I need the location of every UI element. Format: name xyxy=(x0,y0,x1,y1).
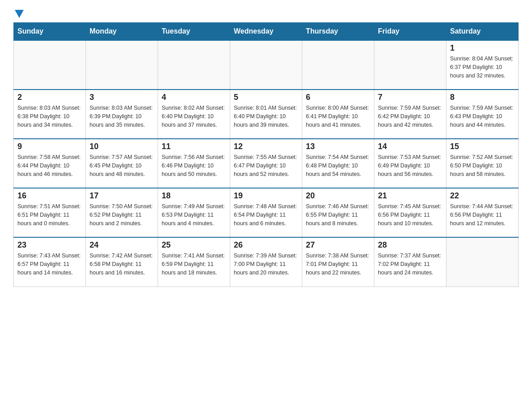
logo-triangle-icon xyxy=(15,10,24,18)
calendar-cell: 2Sunrise: 8:03 AM Sunset: 6:38 PM Daylig… xyxy=(14,90,86,139)
calendar-cell: 1Sunrise: 8:04 AM Sunset: 6:37 PM Daylig… xyxy=(446,40,519,90)
day-info: Sunrise: 7:46 AM Sunset: 6:55 PM Dayligh… xyxy=(306,202,370,227)
calendar-cell: 8Sunrise: 7:59 AM Sunset: 6:43 PM Daylig… xyxy=(446,90,519,139)
logo xyxy=(13,9,24,18)
day-number: 6 xyxy=(306,93,370,102)
day-info: Sunrise: 7:53 AM Sunset: 6:49 PM Dayligh… xyxy=(378,153,442,178)
day-number: 26 xyxy=(234,240,298,250)
calendar-header: SundayMondayTuesdayWednesdayThursdayFrid… xyxy=(14,23,519,41)
day-info: Sunrise: 7:42 AM Sunset: 6:58 PM Dayligh… xyxy=(90,252,154,277)
day-number: 12 xyxy=(234,142,298,151)
weekday-header-saturday: Saturday xyxy=(446,23,519,41)
day-number: 7 xyxy=(378,93,442,102)
calendar-cell: 25Sunrise: 7:41 AM Sunset: 6:59 PM Dayli… xyxy=(158,237,230,287)
day-info: Sunrise: 8:04 AM Sunset: 6:37 PM Dayligh… xyxy=(450,55,515,80)
day-number: 24 xyxy=(90,240,154,250)
day-number: 19 xyxy=(234,191,298,201)
day-number: 2 xyxy=(17,93,82,102)
day-number: 18 xyxy=(162,191,226,201)
day-number: 14 xyxy=(378,142,442,151)
day-info: Sunrise: 7:57 AM Sunset: 6:45 PM Dayligh… xyxy=(90,153,154,178)
weekday-header-monday: Monday xyxy=(86,23,158,41)
day-number: 20 xyxy=(306,191,370,201)
day-info: Sunrise: 8:01 AM Sunset: 6:40 PM Dayligh… xyxy=(234,104,298,129)
day-number: 28 xyxy=(378,240,442,250)
calendar-cell: 10Sunrise: 7:57 AM Sunset: 6:45 PM Dayli… xyxy=(86,139,158,188)
calendar-cell: 3Sunrise: 8:03 AM Sunset: 6:39 PM Daylig… xyxy=(86,90,158,139)
calendar-week-row: 16Sunrise: 7:51 AM Sunset: 6:51 PM Dayli… xyxy=(14,188,519,237)
calendar-cell: 21Sunrise: 7:45 AM Sunset: 6:56 PM Dayli… xyxy=(374,188,446,237)
day-info: Sunrise: 7:44 AM Sunset: 6:56 PM Dayligh… xyxy=(450,202,515,227)
calendar-cell xyxy=(374,40,446,90)
weekday-header-friday: Friday xyxy=(374,23,446,41)
calendar-cell: 9Sunrise: 7:58 AM Sunset: 6:44 PM Daylig… xyxy=(14,139,86,188)
calendar-week-row: 1Sunrise: 8:04 AM Sunset: 6:37 PM Daylig… xyxy=(14,40,519,90)
day-info: Sunrise: 8:02 AM Sunset: 6:40 PM Dayligh… xyxy=(162,104,226,129)
calendar-cell: 16Sunrise: 7:51 AM Sunset: 6:51 PM Dayli… xyxy=(14,188,86,237)
calendar-cell: 6Sunrise: 8:00 AM Sunset: 6:41 PM Daylig… xyxy=(302,90,374,139)
calendar-body: 1Sunrise: 8:04 AM Sunset: 6:37 PM Daylig… xyxy=(14,40,519,287)
calendar-cell: 22Sunrise: 7:44 AM Sunset: 6:56 PM Dayli… xyxy=(446,188,519,237)
day-number: 15 xyxy=(450,142,515,151)
calendar-cell: 4Sunrise: 8:02 AM Sunset: 6:40 PM Daylig… xyxy=(158,90,230,139)
day-number: 17 xyxy=(90,191,154,201)
day-number: 27 xyxy=(306,240,370,250)
day-number: 25 xyxy=(162,240,226,250)
day-number: 5 xyxy=(234,93,298,102)
page-header xyxy=(13,9,519,18)
calendar-cell: 17Sunrise: 7:50 AM Sunset: 6:52 PM Dayli… xyxy=(86,188,158,237)
calendar-cell: 18Sunrise: 7:49 AM Sunset: 6:53 PM Dayli… xyxy=(158,188,230,237)
day-info: Sunrise: 7:54 AM Sunset: 6:48 PM Dayligh… xyxy=(306,153,370,178)
day-number: 10 xyxy=(90,142,154,151)
day-info: Sunrise: 7:51 AM Sunset: 6:51 PM Dayligh… xyxy=(17,202,82,227)
calendar-cell: 26Sunrise: 7:39 AM Sunset: 7:00 PM Dayli… xyxy=(230,237,302,287)
day-info: Sunrise: 8:03 AM Sunset: 6:39 PM Dayligh… xyxy=(90,104,154,129)
day-info: Sunrise: 7:45 AM Sunset: 6:56 PM Dayligh… xyxy=(378,202,442,227)
day-info: Sunrise: 7:58 AM Sunset: 6:44 PM Dayligh… xyxy=(17,153,82,178)
day-info: Sunrise: 7:49 AM Sunset: 6:53 PM Dayligh… xyxy=(162,202,226,227)
weekday-header-thursday: Thursday xyxy=(302,23,374,41)
calendar-cell: 27Sunrise: 7:38 AM Sunset: 7:01 PM Dayli… xyxy=(302,237,374,287)
weekday-header-sunday: Sunday xyxy=(14,23,86,41)
day-number: 4 xyxy=(162,93,226,102)
calendar-cell: 15Sunrise: 7:52 AM Sunset: 6:50 PM Dayli… xyxy=(446,139,519,188)
day-info: Sunrise: 7:52 AM Sunset: 6:50 PM Dayligh… xyxy=(450,153,515,178)
day-number: 9 xyxy=(17,142,82,151)
day-info: Sunrise: 7:50 AM Sunset: 6:52 PM Dayligh… xyxy=(90,202,154,227)
calendar-cell xyxy=(230,40,302,90)
weekday-header-tuesday: Tuesday xyxy=(158,23,230,41)
calendar-cell: 19Sunrise: 7:48 AM Sunset: 6:54 PM Dayli… xyxy=(230,188,302,237)
day-number: 8 xyxy=(450,93,515,102)
day-info: Sunrise: 7:48 AM Sunset: 6:54 PM Dayligh… xyxy=(234,202,298,227)
day-info: Sunrise: 7:39 AM Sunset: 7:00 PM Dayligh… xyxy=(234,252,298,277)
day-info: Sunrise: 7:41 AM Sunset: 6:59 PM Dayligh… xyxy=(162,252,226,277)
calendar-cell xyxy=(446,237,519,287)
day-info: Sunrise: 7:59 AM Sunset: 6:43 PM Dayligh… xyxy=(450,104,515,129)
day-number: 16 xyxy=(17,191,82,201)
calendar-cell: 7Sunrise: 7:59 AM Sunset: 6:42 PM Daylig… xyxy=(374,90,446,139)
calendar-cell xyxy=(14,40,86,90)
day-info: Sunrise: 7:56 AM Sunset: 6:46 PM Dayligh… xyxy=(162,153,226,178)
calendar-cell xyxy=(302,40,374,90)
calendar-cell: 5Sunrise: 8:01 AM Sunset: 6:40 PM Daylig… xyxy=(230,90,302,139)
day-number: 11 xyxy=(162,142,226,151)
day-number: 3 xyxy=(90,93,154,102)
calendar-week-row: 9Sunrise: 7:58 AM Sunset: 6:44 PM Daylig… xyxy=(14,139,519,188)
day-number: 13 xyxy=(306,142,370,151)
day-number: 1 xyxy=(450,43,515,53)
day-info: Sunrise: 7:37 AM Sunset: 7:02 PM Dayligh… xyxy=(378,252,442,277)
day-number: 23 xyxy=(17,240,82,250)
calendar-cell xyxy=(158,40,230,90)
calendar-cell: 28Sunrise: 7:37 AM Sunset: 7:02 PM Dayli… xyxy=(374,237,446,287)
calendar-cell: 12Sunrise: 7:55 AM Sunset: 6:47 PM Dayli… xyxy=(230,139,302,188)
day-number: 22 xyxy=(450,191,515,201)
day-info: Sunrise: 8:00 AM Sunset: 6:41 PM Dayligh… xyxy=(306,104,370,129)
calendar-cell: 13Sunrise: 7:54 AM Sunset: 6:48 PM Dayli… xyxy=(302,139,374,188)
calendar-cell: 11Sunrise: 7:56 AM Sunset: 6:46 PM Dayli… xyxy=(158,139,230,188)
calendar-cell: 24Sunrise: 7:42 AM Sunset: 6:58 PM Dayli… xyxy=(86,237,158,287)
weekday-header-wednesday: Wednesday xyxy=(230,23,302,41)
calendar-week-row: 23Sunrise: 7:43 AM Sunset: 6:57 PM Dayli… xyxy=(14,237,519,287)
day-info: Sunrise: 7:38 AM Sunset: 7:01 PM Dayligh… xyxy=(306,252,370,277)
day-number: 21 xyxy=(378,191,442,201)
calendar-cell: 23Sunrise: 7:43 AM Sunset: 6:57 PM Dayli… xyxy=(14,237,86,287)
